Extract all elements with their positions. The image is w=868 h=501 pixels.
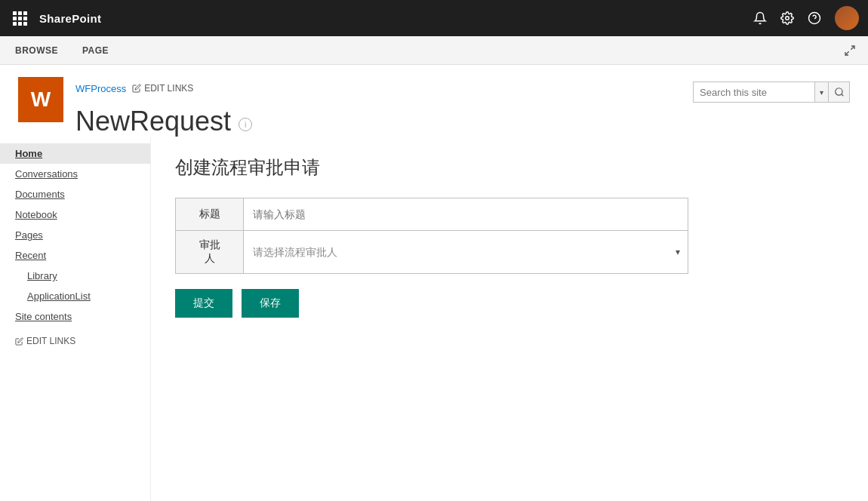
title-label: 标题 <box>176 198 244 231</box>
sidebar-item-site-contents[interactable]: Site contents <box>0 306 150 327</box>
header-edit-links-button[interactable]: EDIT LINKS <box>132 83 193 94</box>
sidebar-item-home[interactable]: Home <box>0 143 150 164</box>
settings-icon[interactable] <box>780 11 794 25</box>
sidebar-item-conversations[interactable]: Conversations <box>0 164 150 184</box>
sidebar-item-notebook[interactable]: Notebook <box>0 204 150 225</box>
app-logo-text: SharePoint <box>39 12 101 25</box>
page-title: NewRequest i <box>75 106 850 137</box>
submit-button[interactable]: 提交 <box>175 289 232 318</box>
approver-select-wrapper: 请选择流程审批人 ▾ <box>244 236 688 268</box>
ribbon-bar: BROWSE PAGE <box>0 36 868 65</box>
title-field-row: 标题 <box>176 198 688 231</box>
search-input[interactable] <box>694 82 814 102</box>
approver-dropdown-arrow: ▾ <box>668 236 688 268</box>
approver-label: 审批人 <box>176 231 244 274</box>
form-button-row: 提交 保存 <box>175 289 844 318</box>
request-form: 标题 审批人 请选择流程审批人 ▾ <box>175 198 688 274</box>
top-bar-icons-group <box>753 6 859 30</box>
sidebar-item-library[interactable]: Library <box>0 266 150 286</box>
site-header: W WFProcess EDIT LINKS ▾ <box>0 65 868 137</box>
sidebar-edit-links-label: EDIT LINKS <box>26 336 75 346</box>
svg-line-4 <box>845 51 849 55</box>
search-go-button[interactable] <box>829 81 850 103</box>
tab-page[interactable]: PAGE <box>79 36 112 65</box>
tab-browse[interactable]: BROWSE <box>12 36 61 65</box>
sidebar-item-applicationlist[interactable]: ApplicationList <box>0 286 150 306</box>
sidebar-edit-links-button[interactable]: EDIT LINKS <box>0 327 150 355</box>
site-logo: W <box>18 77 63 122</box>
content-heading: 创建流程审批申请 <box>175 155 844 180</box>
ribbon-expand-icon[interactable] <box>844 45 856 57</box>
search-box: ▾ <box>693 81 829 103</box>
sidebar: Home Conversations Documents Notebook Pa… <box>0 137 151 501</box>
info-icon[interactable]: i <box>239 118 252 131</box>
sidebar-item-documents[interactable]: Documents <box>0 184 150 204</box>
breadcrumb-link[interactable]: WFProcess <box>75 83 126 94</box>
approver-input-cell: 请选择流程审批人 ▾ <box>244 231 688 274</box>
help-icon[interactable] <box>808 11 821 25</box>
sidebar-item-pages[interactable]: Pages <box>0 225 150 245</box>
svg-point-0 <box>786 17 790 20</box>
svg-point-5 <box>835 88 842 95</box>
sidebar-item-recent[interactable]: Recent <box>0 245 150 266</box>
svg-line-3 <box>851 46 854 50</box>
title-input-cell <box>244 198 688 231</box>
title-input[interactable] <box>244 198 688 230</box>
avatar[interactable] <box>835 6 859 30</box>
top-navigation-bar: SharePoint <box>0 0 868 36</box>
approver-field-row: 审批人 请选择流程审批人 ▾ <box>176 231 688 274</box>
content-area: 创建流程审批申请 标题 审批人 请选择流程审批人 <box>151 137 868 501</box>
breadcrumb-row: WFProcess EDIT LINKS ▾ <box>75 74 850 103</box>
app-launcher-icon[interactable] <box>9 8 30 29</box>
site-title-area: WFProcess EDIT LINKS ▾ <box>75 74 850 137</box>
approver-select[interactable]: 请选择流程审批人 <box>244 236 668 268</box>
notification-icon[interactable] <box>753 11 767 25</box>
save-button[interactable]: 保存 <box>242 289 299 318</box>
search-area: ▾ <box>693 81 850 103</box>
main-layout: Home Conversations Documents Notebook Pa… <box>0 137 868 501</box>
search-dropdown-button[interactable]: ▾ <box>814 82 828 102</box>
svg-line-6 <box>841 94 843 97</box>
